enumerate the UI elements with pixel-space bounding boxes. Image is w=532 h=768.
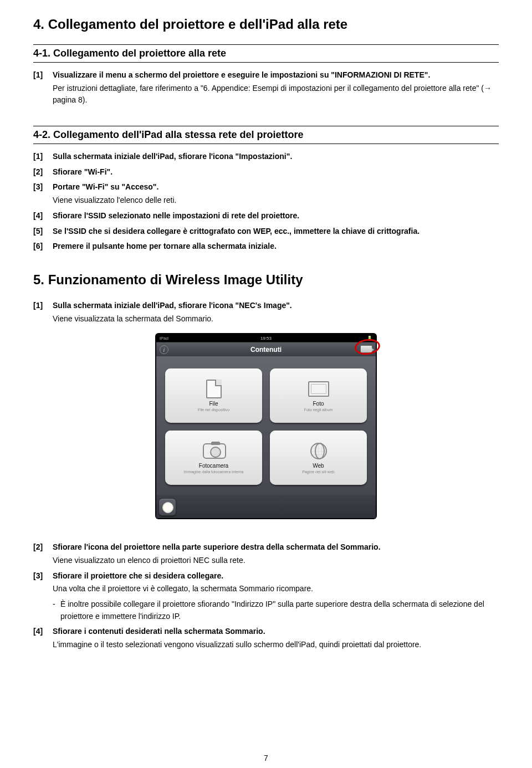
- step-5-4: [4] Sfiorare i contenuti desiderati nell…: [33, 626, 499, 651]
- step-4-2-4: [4] Sfiorare l'SSID selezionato nelle im…: [33, 210, 499, 222]
- step-num: [3]: [33, 570, 53, 623]
- step-4-2-1: [1] Sulla schermata iniziale dell'iPad, …: [33, 151, 499, 163]
- step-5-3: [3] Sfiorare il proiettore che si deside…: [33, 570, 499, 623]
- step-4-2-2: [2] Sfiorare "Wi-Fi".: [33, 166, 499, 178]
- step-text: Sfiorare i contenuti desiderati nella sc…: [53, 626, 499, 651]
- ipad-dock: [156, 495, 376, 518]
- step-bold: Sfiorare il proiettore che si desidera c…: [53, 570, 499, 582]
- step-bold: Sulla schermata iniziale dell'iPad, sfio…: [53, 300, 499, 312]
- step-note: Viene visualizzata la schermata del Somm…: [53, 313, 499, 325]
- camera-icon: [203, 442, 225, 460]
- step-sub-text: È inoltre possibile collegare il proiett…: [60, 598, 499, 622]
- step-num: [2]: [33, 541, 53, 566]
- info-icon[interactable]: i: [160, 345, 168, 354]
- ipad-frame: iPad 19:53 🔋 i Contenuti File File nel d…: [155, 333, 377, 519]
- section-5-steps-a: [1] Sulla schermata iniziale dell'iPad, …: [33, 300, 499, 325]
- note-part-b: pagina 8).: [53, 95, 87, 104]
- section-4-1-title: 4-1. Collegamento del proiettore alla re…: [33, 44, 499, 63]
- step-num: [5]: [33, 226, 53, 238]
- step-bold: Portare "Wi-Fi" su "Acceso".: [53, 181, 499, 193]
- projector-icon[interactable]: [360, 345, 372, 353]
- ipad-screenshot: iPad 19:53 🔋 i Contenuti File File nel d…: [33, 333, 499, 519]
- step-note: Per istruzioni dettagliate, fare riferim…: [53, 83, 499, 106]
- file-icon: [203, 380, 225, 398]
- step-bold: Sfiorare i contenuti desiderati nella sc…: [53, 626, 499, 638]
- step-5-2: [2] Sfiorare l'icona del proiettore nell…: [33, 541, 499, 566]
- step-num: [1]: [33, 69, 53, 106]
- section-4-2-title: 4-2. Collegamento dell'iPad alla stessa …: [33, 126, 499, 144]
- step-num: [6]: [33, 240, 53, 253]
- step-text: Premere il pulsante home per tornare all…: [53, 240, 499, 253]
- card-sub: Immagine dalla fotocamera interna: [184, 470, 244, 474]
- step-num: [2]: [33, 166, 53, 178]
- step-text: Sulla schermata iniziale dell'iPad, sfio…: [53, 151, 499, 163]
- step-bold: Sfiorare l'icona del proiettore nella pa…: [53, 541, 499, 554]
- section-5-steps-b: [2] Sfiorare l'icona del proiettore nell…: [33, 541, 499, 651]
- step-text: Sfiorare l'icona del proiettore nella pa…: [53, 541, 499, 566]
- arrow-right-icon: →: [484, 84, 492, 93]
- page-number: 7: [0, 754, 532, 762]
- step-num: [3]: [33, 181, 53, 206]
- card-sub: Pagine del siti web: [302, 470, 334, 474]
- step-4-1-1: [1] Visualizzare il menu a schermo del p…: [33, 69, 499, 106]
- card-file[interactable]: File File nel dispositivo: [165, 368, 262, 423]
- card-sub: File nel dispositivo: [198, 408, 229, 412]
- dash-icon: -: [53, 598, 60, 622]
- nav-title: Contenuti: [250, 346, 282, 354]
- step-text: Sfiorare il proiettore che si desidera c…: [53, 570, 499, 623]
- status-time: 19:53: [155, 336, 377, 341]
- step-4-2-3: [3] Portare "Wi-Fi" su "Acceso". Viene v…: [33, 181, 499, 206]
- globe-icon: [308, 442, 330, 460]
- card-label: Web: [313, 463, 324, 469]
- note-part-a: Per istruzioni dettagliate, fare riferim…: [53, 84, 484, 93]
- photo-icon: [308, 380, 330, 398]
- ipad-navbar: i Contenuti: [156, 342, 376, 356]
- step-text: Visualizzare il menu a schermo del proie…: [53, 69, 499, 106]
- card-label: File: [209, 401, 218, 407]
- step-5-1: [1] Sulla schermata iniziale dell'iPad, …: [33, 300, 499, 325]
- card-grid: File File nel dispositivo Foto Foto negl…: [165, 368, 367, 485]
- section-4-title: 4. Collegamento del proiettore e dell'iP…: [33, 17, 499, 32]
- step-text: Sulla schermata iniziale dell'iPad, sfio…: [53, 300, 499, 325]
- step-text: Se l'SSID che si desidera collegare è cr…: [53, 226, 499, 238]
- step-sub-item: - È inoltre possibile collegare il proie…: [53, 598, 499, 622]
- step-num: [1]: [33, 300, 53, 325]
- ipad-statusbar: iPad 19:53 🔋: [156, 334, 376, 342]
- step-note: L'immagine o il testo selezionati vengon…: [53, 639, 499, 651]
- step-num: [4]: [33, 210, 53, 222]
- card-camera[interactable]: Fotocamera Immagine dalla fotocamera int…: [165, 431, 262, 485]
- step-text: Sfiorare "Wi-Fi".: [53, 166, 499, 178]
- card-label: Foto: [313, 401, 324, 407]
- step-num: [4]: [33, 626, 53, 651]
- step-bold: Visualizzare il menu a schermo del proie…: [53, 69, 499, 81]
- step-4-2-6: [6] Premere il pulsante home per tornare…: [33, 240, 499, 253]
- step-num: [1]: [33, 151, 53, 163]
- card-sub: Foto negli album: [304, 408, 333, 412]
- step-note: Viene visualizzato un elenco di proietto…: [53, 555, 499, 567]
- section-5-title: 5. Funzionamento di Wireless Image Utili…: [33, 272, 499, 288]
- step-text: Sfiorare l'SSID selezionato nelle impost…: [53, 210, 499, 222]
- step-text: Portare "Wi-Fi" su "Acceso". Viene visua…: [53, 181, 499, 206]
- dock-brightness-icon[interactable]: [158, 498, 176, 516]
- card-label: Fotocamera: [199, 463, 228, 469]
- card-web[interactable]: Web Pagine del siti web: [270, 431, 367, 485]
- card-photo[interactable]: Foto Foto negli album: [270, 368, 367, 423]
- step-4-2-5: [5] Se l'SSID che si desidera collegare …: [33, 226, 499, 238]
- step-note: Viene visualizzato l'elenco delle reti.: [53, 194, 499, 207]
- section-4-1-steps: [1] Visualizzare il menu a schermo del p…: [33, 69, 499, 106]
- ipad-content: File File nel dispositivo Foto Foto negl…: [156, 356, 376, 495]
- section-4-2-steps: [1] Sulla schermata iniziale dell'iPad, …: [33, 151, 499, 253]
- step-note: Una volta che il proiettore vi è collega…: [53, 583, 499, 595]
